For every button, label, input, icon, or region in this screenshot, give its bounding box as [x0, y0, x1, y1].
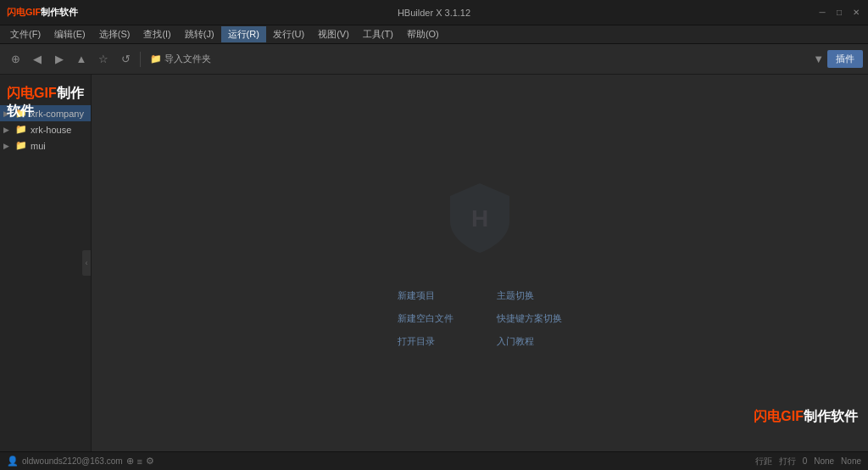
import-folder-label: 导入文件夹 — [164, 53, 211, 65]
up-button[interactable]: ▲ — [71, 49, 92, 70]
bookmark-button[interactable]: ☆ — [93, 49, 114, 70]
filter-icon[interactable]: ▼ — [813, 53, 824, 65]
status-line-info: 行距 — [755, 456, 772, 467]
status-num: 0 — [803, 456, 808, 466]
menu-tools[interactable]: 工具(T) — [356, 26, 400, 42]
titlebar-controls: ─ □ ✕ — [817, 8, 861, 18]
title-brand: 闪电GIF制作软件 — [7, 6, 78, 19]
minimize-button[interactable]: ─ — [817, 8, 827, 18]
shortcut-switch-link[interactable]: 快捷键方案切换 — [497, 312, 562, 325]
toolbar: ⊕ ◀ ▶ ▲ ☆ ↺ 📁 导入文件夹 ▼ 插件 — [0, 44, 868, 75]
sidebar: 闪电GIF制作软件 ▶ 📁 xrk-company ▶ 📁 xrk-house … — [0, 75, 92, 451]
status-email-icon: 👤 — [7, 456, 19, 467]
sidebar-item-label: xrk-house — [31, 125, 71, 135]
plugin-store-button[interactable]: 插件 — [827, 50, 863, 68]
arrow-icon: ▶ — [3, 126, 12, 134]
menu-view[interactable]: 视图(V) — [311, 26, 356, 42]
titlebar-left: 闪电GIF制作软件 — [7, 6, 78, 19]
status-icon-2[interactable]: ≡ — [137, 456, 142, 467]
titlebar-title: HBuilder X 3.1.12 — [398, 8, 470, 18]
refresh-button[interactable]: ↺ — [115, 49, 136, 70]
editor-area: H 新建项目 主题切换 新建空白文件 快捷键方案切换 打开目录 入门教程 闪电G… — [92, 75, 868, 451]
import-folder-button[interactable]: 📁 导入文件夹 — [145, 51, 216, 67]
status-col-info: 打行 — [779, 456, 796, 467]
sidebar-item-xrk-house[interactable]: ▶ 📁 xrk-house — [0, 121, 91, 137]
status-left: 👤 oldwounds2120@163.com ⊕ ≡ ⚙ — [7, 456, 154, 467]
folder-icon: 📁 — [15, 124, 27, 135]
menu-file[interactable]: 文件(F) — [3, 26, 47, 42]
status-email: oldwounds2120@163.com — [22, 456, 123, 466]
new-project-link[interactable]: 新建项目 — [398, 289, 463, 302]
tutorial-link[interactable]: 入门教程 — [497, 335, 562, 348]
statusbar: 👤 oldwounds2120@163.com ⊕ ≡ ⚙ 行距 打行 0 No… — [0, 451, 868, 470]
watermark-top: 闪电GIF制作软件 — [7, 85, 91, 120]
menu-select[interactable]: 选择(S) — [92, 26, 137, 42]
forward-button[interactable]: ▶ — [49, 49, 70, 70]
maximize-button[interactable]: □ — [834, 8, 844, 18]
hbuilder-logo: H — [446, 179, 514, 255]
menu-edit[interactable]: 编辑(E) — [47, 26, 92, 42]
menu-find[interactable]: 查找(I) — [136, 26, 177, 42]
folder-icon: 📁 — [15, 140, 27, 151]
close-button[interactable]: ✕ — [851, 8, 861, 18]
back-button[interactable]: ◀ — [27, 49, 47, 70]
toolbar-separator — [140, 52, 141, 67]
sidebar-item-label: mui — [31, 141, 46, 151]
import-folder-icon: 📁 — [150, 53, 162, 64]
open-dir-link[interactable]: 打开目录 — [398, 335, 463, 348]
main-area: 闪电GIF制作软件 ▶ 📁 xrk-company ▶ 📁 xrk-house … — [0, 75, 868, 451]
sidebar-collapse-handle[interactable]: ‹ — [82, 250, 91, 276]
arrow-icon: ▶ — [3, 142, 12, 150]
sidebar-item-mui[interactable]: ▶ 📁 mui — [0, 137, 91, 154]
menu-run[interactable]: 运行(R) — [221, 26, 266, 42]
menu-help[interactable]: 帮助(O) — [400, 26, 446, 42]
status-icon-3[interactable]: ⚙ — [146, 456, 154, 467]
status-language: None — [841, 456, 861, 466]
theme-switch-link[interactable]: 主题切换 — [497, 289, 562, 302]
status-icon-1[interactable]: ⊕ — [126, 456, 134, 467]
menu-jump[interactable]: 跳转(J) — [178, 26, 221, 42]
titlebar: 闪电GIF制作软件 HBuilder X 3.1.12 ─ □ ✕ — [0, 0, 868, 25]
status-right: 行距 打行 0 None None — [755, 456, 861, 467]
toolbar-right: ▼ 插件 — [813, 50, 863, 68]
svg-text:H: H — [471, 205, 488, 232]
menu-publish[interactable]: 发行(U) — [266, 26, 311, 42]
quick-actions: 新建项目 主题切换 新建空白文件 快捷键方案切换 打开目录 入门教程 — [398, 289, 562, 348]
hbuilder-shield-icon: H — [446, 179, 514, 255]
status-encoding: None — [814, 456, 834, 466]
watermark-bottom: 闪电GIF制作软件 — [754, 408, 858, 426]
menubar: 文件(F) 编辑(E) 选择(S) 查找(I) 跳转(J) 运行(R) 发行(U… — [0, 25, 868, 44]
new-blank-file-link[interactable]: 新建空白文件 — [398, 312, 463, 325]
new-button[interactable]: ⊕ — [5, 49, 25, 70]
